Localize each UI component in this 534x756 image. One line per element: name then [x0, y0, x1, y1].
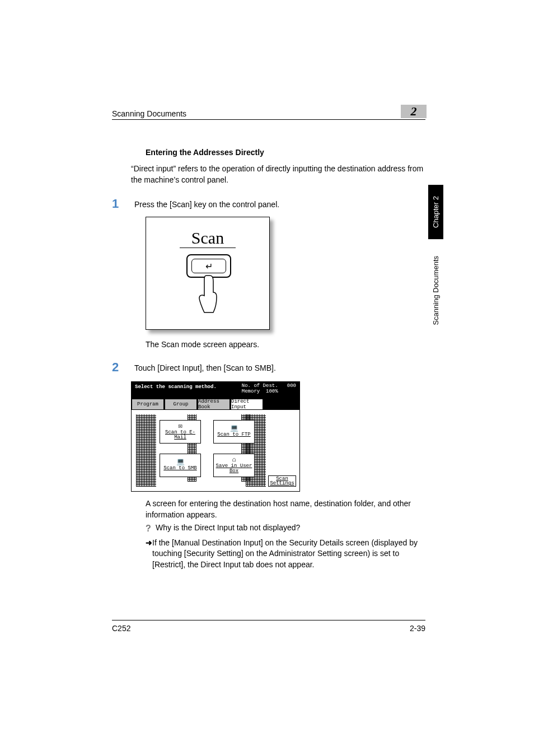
scan-key-figure: Scan ↵ — [146, 217, 270, 330]
option-scan-to-email[interactable]: ✉ Scan to E-Mail — [160, 420, 201, 444]
side-tab-chapter: Chapter 2 — [428, 185, 443, 239]
scan-settings-label: Scan Settings — [269, 477, 296, 486]
chapter-number: 2 — [411, 104, 417, 119]
faq-answer: If the [Manual Destination Input] on the… — [152, 538, 425, 571]
option-save-user-box[interactable]: ⌂ Save in User Box — [213, 454, 255, 477]
tab-program-label: Program — [137, 402, 158, 407]
screen-instruction: Select the scanning method. — [135, 384, 217, 390]
intro-paragraph: “Direct input” refers to the operation o… — [131, 164, 425, 185]
server-icon: 💻 — [230, 426, 238, 431]
footer-model: C252 — [112, 624, 130, 633]
tab-address-book[interactable]: Address Book — [198, 399, 230, 410]
option-smb-label: Scan to SMB — [163, 466, 196, 471]
chapter-number-badge: 2 — [401, 105, 427, 118]
option-email-label: Scan to E-Mail — [160, 430, 200, 440]
memory-label: Memory — [242, 389, 260, 394]
memory-value: 100% — [266, 389, 278, 394]
arrow-right-icon: ➜ — [146, 538, 152, 549]
tab-group[interactable]: Group — [165, 399, 197, 410]
option-scan-to-smb[interactable]: 💻 Scan to SMB — [160, 454, 201, 477]
scan-settings-button[interactable]: Scan Settings — [268, 475, 296, 487]
running-title: Scanning Documents — [112, 109, 186, 118]
tab-group-label: Group — [173, 402, 188, 407]
tab-program[interactable]: Program — [132, 399, 164, 410]
step-2-result: A screen for entering the destination ho… — [146, 498, 425, 520]
house-icon: ⌂ — [232, 458, 236, 463]
question-mark-icon: ? — [146, 522, 156, 535]
step-1-text: Press the [Scan] key on the control pane… — [134, 197, 425, 209]
scan-key-inner: ↵ — [191, 259, 226, 273]
option-ftp-label: Scan to FTP — [217, 432, 250, 437]
scan-key-label: Scan — [180, 228, 236, 248]
return-arrow-icon: ↵ — [205, 261, 213, 272]
step-2-number: 2 — [112, 360, 134, 375]
hand-pointer-icon — [196, 273, 219, 318]
footer-page-number: 2-39 — [410, 624, 425, 633]
option-userbox-label: Save in User Box — [214, 464, 254, 474]
tab-direct-input-label: Direct Input — [231, 399, 263, 410]
tab-direct-input[interactable]: Direct Input — [231, 399, 263, 410]
pc-icon: 💻 — [176, 460, 185, 465]
dest-count-label: No. of Dest. — [242, 383, 278, 389]
step-2-text: Touch [Direct Input], then [Scan to SMB]… — [134, 360, 425, 372]
decorative-hatch — [136, 414, 156, 487]
faq-question: Why is the Direct Input tab not displaye… — [156, 522, 300, 534]
dest-count-value: 000 — [287, 383, 296, 389]
step-1-number: 1 — [112, 197, 134, 211]
side-tab-section: Scanning Documents — [432, 245, 440, 337]
tab-address-book-label: Address Book — [198, 399, 229, 410]
step-1-result: The Scan mode screen appears. — [146, 340, 425, 349]
envelope-icon: ✉ — [178, 424, 182, 429]
scan-mode-screen-figure: Select the scanning method. No. of Dest.… — [131, 381, 300, 492]
option-scan-to-ftp[interactable]: 💻 Scan to FTP — [213, 420, 255, 444]
section-subhead: Entering the Addresses Directly — [146, 148, 425, 157]
